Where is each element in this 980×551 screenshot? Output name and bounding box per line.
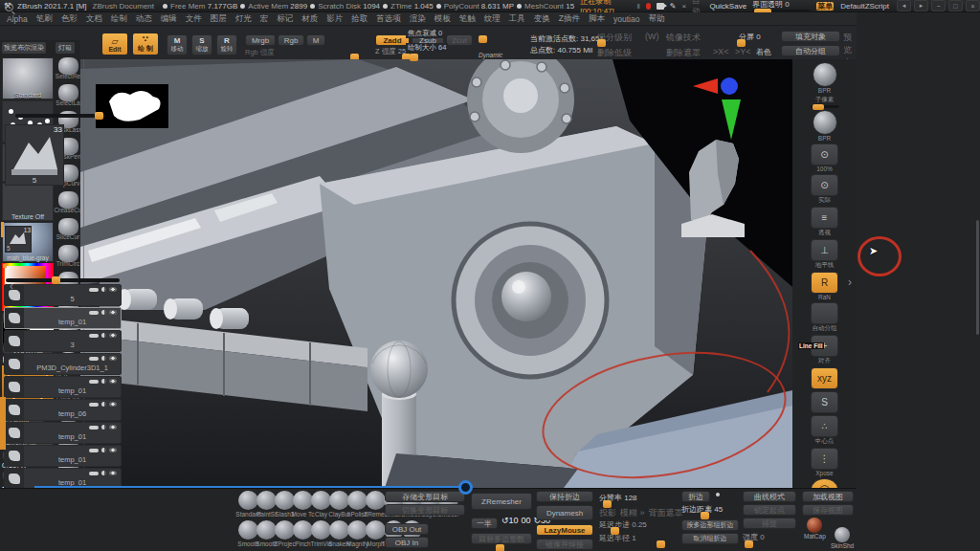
tray-brush[interactable]: PaintSt [257,491,276,518]
pencil-icon[interactable]: ✎ [670,2,677,11]
paint-toggle-icon[interactable] [89,426,99,430]
rgb-button[interactable]: Rgb [278,34,304,46]
preview-boolean-button[interactable]: 预览布尔渲染 [2,42,46,54]
tray-brush[interactable]: Clay [312,491,330,518]
zadd-button[interactable]: Zadd [375,34,410,46]
shelf-tool-button[interactable]: ⊥ 地平线 [811,239,838,270]
shade-toggle-icon[interactable] [101,379,106,384]
small-tool-thumbnail[interactable]: 13 5 [5,226,32,253]
menu-item[interactable]: 笔刷 [35,13,54,25]
half-button[interactable]: 一半 [471,518,498,529]
subtool-row[interactable]: 3 [4,330,122,352]
paint-toggle-icon[interactable] [89,334,99,338]
tray-brush[interactable]: Standard [239,491,257,518]
shade-toggle-icon[interactable] [101,356,106,361]
tray-brush[interactable]: ClayBui [330,491,348,518]
backface-button[interactable]: 背面遮罩 [649,507,683,519]
eye-icon[interactable] [109,471,117,475]
sym-x-button[interactable]: >X< [713,47,729,56]
shade-toggle-icon[interactable] [101,287,106,292]
pause-icon[interactable]: ‖ [637,2,640,11]
shelf-tool-button[interactable]: ∴ 中心点 [811,415,838,446]
project-button[interactable]: 投影 [599,507,616,519]
curve-mode-button[interactable]: 曲线模式 [743,491,796,502]
menu-item[interactable]: Z插件 [558,13,581,25]
store-morph-button[interactable]: 存储变形目标 [385,491,465,502]
eye-icon[interactable] [109,356,117,361]
ui-opacity-control[interactable]: 界面透明 0 [752,0,810,12]
menu-item[interactable]: 首选项 [375,13,402,25]
mini-brush[interactable]: TrimCirc [56,245,80,271]
save-view-button[interactable]: 保存视图 [802,504,854,516]
dynamic-label[interactable]: Dynamic [479,52,502,58]
paint-toggle-icon[interactable] [89,403,99,407]
paint-toggle-icon[interactable] [89,288,99,292]
lock-start-button[interactable]: 锁定起点 [743,504,796,516]
mini-brush[interactable]: CreaseCu [56,191,80,217]
paint-toggle-icon[interactable] [89,380,99,384]
curve-strength-button[interactable]: 00 [522,516,531,525]
menu-item[interactable]: 编辑 [160,13,178,25]
load-view-button[interactable]: 加载视图 [802,491,854,502]
subtool-row[interactable]: temp_06 [4,399,122,421]
del-mask-button[interactable]: 删除遮罩 [666,47,701,59]
paint-toggle-icon[interactable] [89,311,99,315]
shelf-tool-button[interactable]: ≡ 透视 [811,207,838,237]
menu-item[interactable]: 文档 [85,13,103,25]
menu-item[interactable]: 渲染 [409,13,427,25]
lazymouse-button[interactable]: LazyMouse [536,524,593,536]
mini-brush[interactable]: SelectRe [56,57,80,83]
tool-slider[interactable] [15,114,105,118]
eye-icon[interactable] [109,425,117,430]
paint-toggle-icon[interactable] [89,449,99,452]
obj-out-button[interactable]: OBJ Out [385,523,429,535]
draw-button[interactable]: ∵ 绘 制 [132,33,159,55]
shelf-tool-button[interactable]: + 对齐 [811,335,838,365]
minimize-icon[interactable]: − [931,0,946,11]
menu-item[interactable]: 灯光 [234,13,253,25]
menu-item[interactable]: 色彩 [60,13,78,25]
current-brush-thumbnail[interactable]: Standard [2,57,54,99]
eye-icon[interactable] [109,379,117,384]
current-texture-thumbnail[interactable]: Texture Off [2,183,54,221]
menu-item[interactable]: 脚本 [588,13,606,25]
menu-item[interactable]: 图层 [210,13,228,25]
subtool-row[interactable]: temp_01 [4,445,122,467]
mini-brush[interactable]: SelectLa [56,84,80,110]
mrgb-button[interactable]: Mrgb [245,34,276,46]
eye-icon[interactable] [109,402,117,407]
menu-item[interactable]: 文件 [185,13,203,25]
obj-in-button[interactable]: OBJ In [385,537,429,548]
tray-brush[interactable]: ZProjec [276,520,294,547]
shade-toggle-icon[interactable] [101,471,106,475]
quicksave-button[interactable]: QuickSave [709,2,746,11]
menu-item[interactable]: 动态 [135,13,153,25]
menu-item[interactable]: 笔触 [458,13,477,25]
menu-item[interactable]: 工具 [508,13,526,25]
close-icon[interactable]: × [966,0,980,11]
menu-item[interactable]: 拾取 [350,13,368,25]
tray-brush[interactable]: Smooth [239,520,257,547]
skinshade-material[interactable]: SkinShd [831,527,854,549]
dock-left-icon[interactable]: ◂ [897,0,911,11]
crease-pg-button[interactable]: 按多边形组折边 [681,519,739,531]
transform-button[interactable]: S 缩放 [191,34,212,55]
lightbox-button[interactable]: 灯箱 [56,42,75,54]
shelf-tool-button[interactable]: S [811,391,838,413]
subtool-row[interactable]: temp_01 [4,307,122,329]
crease-button[interactable]: 折边 [681,491,710,502]
paint-toggle-icon[interactable] [89,357,99,361]
eye-icon[interactable] [109,448,117,452]
shelf-tool-button[interactable]: xyz [811,367,838,389]
menu-item[interactable]: 绘制 [110,13,128,25]
subtool-count-slider[interactable] [6,278,120,282]
snap-button[interactable]: 捕捉 [743,518,796,529]
keep-crease-button[interactable]: 保持折边 [536,491,593,502]
shelf-tool-button[interactable]: ⋮ Xpose [811,448,838,476]
menu-item[interactable]: 纹理 [483,13,501,25]
restore-icon[interactable]: □ [948,0,963,11]
sym-y-button[interactable]: >Y< [735,47,751,56]
transform-button[interactable]: R 旋转 [216,34,237,55]
zcut-button[interactable]: Zcut [446,34,473,46]
camera-icon[interactable] [657,3,664,10]
